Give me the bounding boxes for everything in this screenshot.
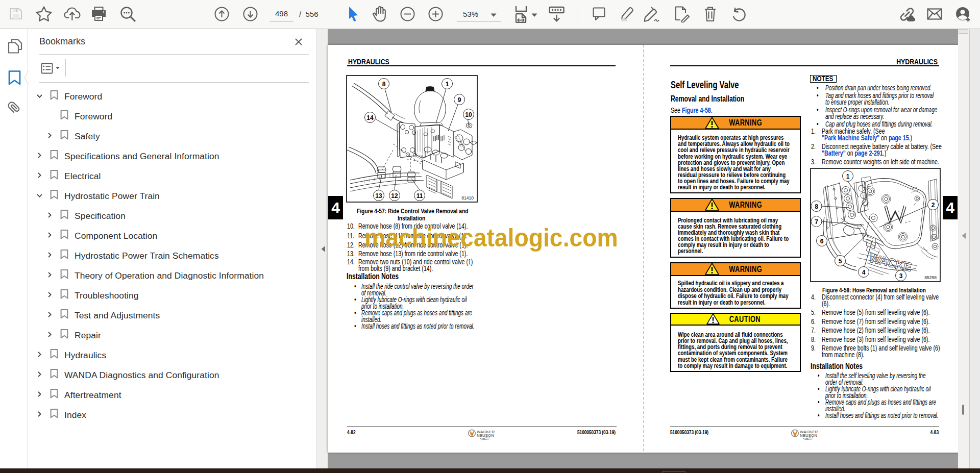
svg-text:NEUSON: NEUSON (477, 433, 494, 438)
svg-text:14: 14 (366, 114, 374, 121)
svg-text:10: 10 (465, 111, 472, 118)
svg-text:7: 7 (815, 218, 818, 226)
svg-text:11: 11 (416, 192, 423, 200)
svg-text:8: 8 (382, 81, 386, 88)
svg-text:13: 13 (375, 192, 382, 200)
svg-text:12: 12 (391, 192, 398, 200)
svg-text:6: 6 (820, 238, 824, 245)
svg-text:85298: 85298 (925, 275, 937, 280)
svg-text:9: 9 (458, 96, 461, 104)
svg-text:1: 1 (446, 81, 449, 88)
svg-text:81410: 81410 (461, 195, 474, 201)
svg-text:5: 5 (839, 258, 842, 265)
svg-text:8: 8 (815, 203, 818, 210)
svg-text:4: 4 (862, 269, 866, 276)
svg-text:NEUSON: NEUSON (800, 433, 817, 438)
svg-text:2: 2 (932, 202, 935, 209)
svg-text:1: 1 (846, 173, 850, 180)
svg-text:3: 3 (899, 272, 903, 280)
